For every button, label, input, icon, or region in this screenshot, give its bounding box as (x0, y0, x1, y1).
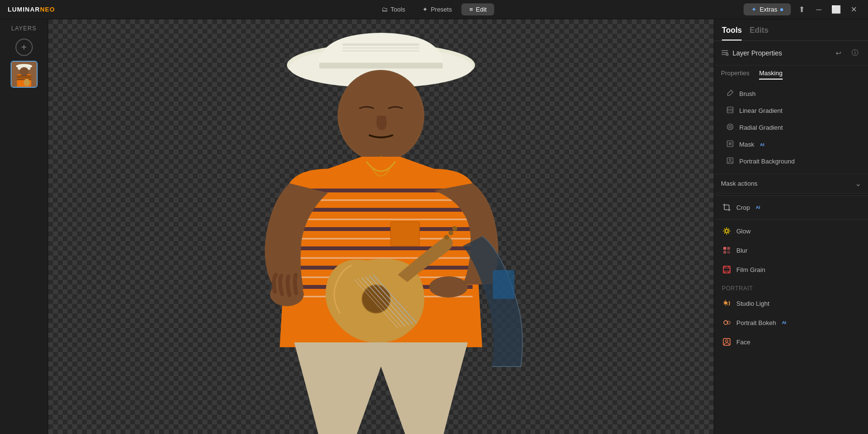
tool-blur[interactable]: Blur (714, 241, 868, 260)
svg-point-29 (444, 235, 449, 240)
undo-button[interactable]: ↩ (832, 47, 845, 59)
svg-rect-18 (391, 222, 420, 246)
svg-rect-51 (723, 271, 730, 272)
radial-gradient-label: Radial Gradient (739, 124, 783, 131)
svg-point-40 (730, 126, 731, 127)
titlebar-nav: 🗂 Tools ✦ Presets ≡ Edit (374, 3, 494, 15)
extras-btn[interactable]: ✦ Extras (744, 3, 791, 15)
crop-ai-badge: AI (756, 205, 760, 210)
svg-rect-32 (493, 270, 515, 299)
mask-actions-label: Mask actions (721, 180, 758, 187)
svg-point-44 (729, 159, 731, 161)
svg-point-52 (724, 267, 725, 268)
tool-film-grain[interactable]: Film Grain (714, 260, 868, 279)
portrait-bokeh-label: Portrait Bokeh (736, 319, 776, 326)
mask-actions-section[interactable]: Mask actions ⌄ (714, 174, 868, 193)
layer-thumbnail[interactable] (11, 61, 38, 88)
add-layer-button[interactable]: + (15, 39, 33, 56)
canvas-area[interactable] (48, 19, 714, 434)
blur-icon (722, 245, 732, 255)
share-button[interactable]: ⬆ (795, 3, 808, 16)
svg-rect-13 (342, 50, 420, 52)
tool-face[interactable]: Face (714, 332, 868, 352)
sub-tab-masking[interactable]: Masking (759, 69, 782, 80)
svg-rect-14 (319, 63, 443, 68)
tab-tools[interactable]: Tools (722, 26, 742, 41)
masking-portrait-bg[interactable]: Portrait Background (714, 153, 868, 170)
svg-rect-42 (729, 142, 732, 145)
masking-linear-gradient[interactable]: Linear Gradient (714, 102, 868, 119)
linear-gradient-icon (726, 106, 734, 115)
masking-brush-label: Brush (739, 90, 756, 97)
minimize-button[interactable]: ─ (812, 3, 826, 16)
portrait-bokeh-icon (722, 318, 732, 327)
studio-light-icon (722, 298, 732, 308)
main-photo (111, 19, 651, 434)
tools-edits-tabs: Tools Edits (714, 19, 868, 41)
crop-label: Crop (736, 204, 750, 211)
portrait-bg-icon (726, 157, 734, 166)
glow-label: Glow (736, 228, 751, 235)
svg-rect-48 (727, 251, 730, 254)
portrait-bg-label: Portrait Background (739, 158, 795, 165)
mask-actions-chevron: ⌄ (855, 179, 861, 188)
masking-mask[interactable]: MaskAI (714, 136, 868, 153)
extras-icon: ✦ (751, 6, 757, 13)
info-button[interactable]: ⓘ (849, 47, 861, 59)
layers-panel: Layers + (0, 19, 48, 434)
catalog-icon: 🗂 (381, 6, 388, 13)
nav-presets[interactable]: ✦ Presets (415, 3, 460, 15)
layer-properties-icon (721, 49, 729, 58)
face-icon (722, 337, 732, 347)
svg-point-8 (24, 79, 30, 86)
svg-point-33 (726, 54, 728, 55)
tool-crop[interactable]: CropAI (714, 198, 868, 217)
mask-icon (726, 140, 734, 149)
main-area: Layers + (0, 19, 868, 434)
layer-properties-title: Layer Properties (732, 49, 828, 57)
film-grain-icon (722, 265, 732, 274)
plus-icon: + (21, 42, 27, 53)
right-panel: Tools Edits Layer Properties ↩ ⓘ Propert… (714, 19, 868, 434)
svg-point-20 (429, 276, 468, 298)
maximize-button[interactable]: ⬜ (829, 3, 843, 16)
glow-icon (722, 226, 732, 236)
tab-edits[interactable]: Edits (749, 26, 768, 41)
nav-catalog[interactable]: 🗂 Tools (374, 3, 413, 15)
svg-rect-47 (723, 251, 726, 254)
titlebar-right: ✦ Extras ⬆ ─ ⬜ ✕ (744, 3, 860, 16)
presets-icon: ✦ (422, 6, 428, 13)
film-grain-label: Film Grain (736, 266, 765, 273)
layers-title: Layers (0, 25, 48, 32)
masking-brush[interactable]: Brush (714, 85, 868, 102)
layer-properties-header: Layer Properties ↩ ⓘ (714, 41, 868, 66)
masking-radial-gradient[interactable]: Radial Gradient (714, 119, 868, 136)
portrait-bokeh-ai-badge: AI (782, 320, 786, 325)
radial-gradient-icon (726, 123, 734, 132)
app-logo: LUMINARNEO (8, 6, 55, 13)
titlebar-left: LUMINARNEO (8, 6, 55, 13)
svg-point-7 (19, 67, 28, 76)
tool-studio-light[interactable]: Studio Light (714, 294, 868, 313)
tool-portrait-bokeh[interactable]: Portrait BokehAI (714, 313, 868, 332)
svg-point-53 (728, 267, 729, 268)
sub-tab-properties[interactable]: Properties (721, 69, 749, 80)
close-button[interactable]: ✕ (847, 3, 860, 16)
svg-rect-50 (723, 268, 730, 269)
layer-thumb-preview (12, 61, 37, 88)
face-label: Face (736, 339, 750, 346)
nav-edit[interactable]: ≡ Edit (461, 3, 494, 15)
svg-rect-45 (723, 247, 726, 250)
crop-icon (722, 203, 732, 212)
svg-point-55 (728, 272, 729, 273)
sub-tabs: Properties Masking (714, 66, 868, 83)
svg-point-60 (726, 340, 728, 342)
svg-rect-11 (342, 43, 420, 46)
tool-glow[interactable]: Glow (714, 221, 868, 241)
blur-label: Blur (736, 247, 747, 254)
portrait-section-header: Portrait (714, 279, 868, 294)
mask-ai-badge: AI (760, 142, 764, 147)
svg-point-54 (724, 272, 725, 273)
linear-gradient-label: Linear Gradient (739, 107, 783, 114)
mask-label: Mask (739, 141, 754, 148)
